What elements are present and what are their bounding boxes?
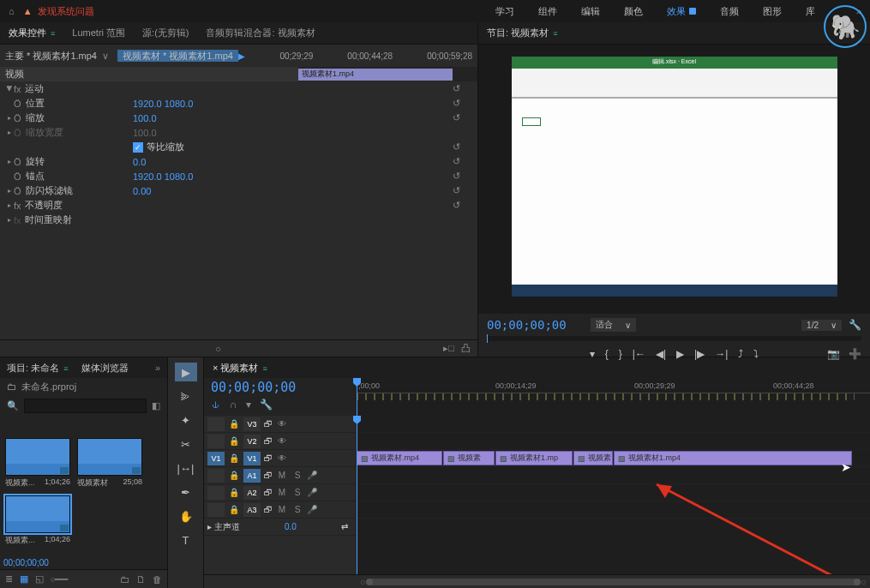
timeline-content[interactable]: ▧视频素材.mp4 ▧视频素 ▧视频素材1.mp ▧视频素 ▧视频素材1.mp4… xyxy=(357,416,870,574)
reset-icon[interactable]: ↺ xyxy=(453,98,460,109)
reset-icon[interactable]: ↺ xyxy=(453,200,460,211)
time-remap-row[interactable]: ▸fx时间重映射 xyxy=(0,213,477,227)
bin-item[interactable] xyxy=(5,419,67,431)
new-bin-icon[interactable]: 🗀 xyxy=(120,574,129,585)
home-icon[interactable]: ⌂ xyxy=(9,6,15,16)
timeline-tc[interactable]: 00;00;00;00 xyxy=(211,380,350,395)
ripple-edit-tool[interactable]: ✦ xyxy=(175,411,197,429)
marker-icon[interactable]: ▾ xyxy=(246,399,251,411)
razor-tool[interactable]: ✂ xyxy=(175,435,197,453)
export-frame-icon[interactable]: 📷 xyxy=(827,348,840,360)
fx-opacity-row[interactable]: ▸fx不透明度 ↺ xyxy=(0,198,477,213)
track-master[interactable]: ▸ 主声道0.0⇄ xyxy=(204,519,357,536)
clip[interactable]: ▧视频素材.mp4 xyxy=(357,451,442,465)
reset-icon[interactable]: ↺ xyxy=(453,171,460,182)
linked-sel-icon[interactable]: ∩ xyxy=(230,399,237,411)
hand-tool[interactable]: ✋ xyxy=(175,507,197,525)
scale-row: ▸Ö缩放 100.0 ↺ xyxy=(0,111,477,125)
list-view-icon[interactable]: ≣ xyxy=(5,573,13,585)
pen-tool[interactable]: ✒ xyxy=(175,483,197,501)
lift-icon[interactable]: ⤴ xyxy=(738,348,743,360)
play-icon[interactable]: ▶ xyxy=(676,348,684,360)
settings-icon[interactable]: 🔧 xyxy=(849,319,861,331)
track-a1[interactable]: 🔒A1🗗MS🎤 xyxy=(204,467,357,484)
snap-icon[interactable]: ⫝ xyxy=(211,399,221,411)
track-v2[interactable]: 🔒V2🗗👁 xyxy=(204,433,357,450)
program-tabs: 节目: 视频素材 ≡ xyxy=(478,22,870,45)
reset-icon[interactable]: ↺ xyxy=(453,185,460,196)
flicker-value[interactable]: 0.00 xyxy=(133,186,151,196)
ws-graphics[interactable]: 图形 xyxy=(763,5,782,18)
program-viewport[interactable]: 编辑.xlsx · Excel xyxy=(478,45,870,314)
track-select-tool[interactable]: ⫸ xyxy=(175,387,197,405)
project-search-input[interactable] xyxy=(24,399,147,413)
tab-media-browser[interactable]: 媒体浏览器 xyxy=(81,362,129,375)
loop-icon[interactable]: ▸□ xyxy=(443,343,454,354)
step-fwd-icon[interactable]: |▶ xyxy=(694,348,705,360)
system-warning[interactable]: ▲ 发现系统问题 xyxy=(23,5,94,18)
slip-tool[interactable]: |↔| xyxy=(175,459,197,477)
ws-assembly[interactable]: 组件 xyxy=(538,5,557,18)
freeform-view-icon[interactable]: ◱ xyxy=(35,573,44,585)
tab-program[interactable]: 节目: 视频素材 ≡ xyxy=(487,27,557,39)
type-tool[interactable]: T xyxy=(175,531,197,549)
add-marker-icon[interactable]: ▾ xyxy=(590,348,595,360)
timeline-scrollbar[interactable]: ○ ○ xyxy=(357,575,870,588)
mark-out-icon[interactable]: } xyxy=(619,348,622,360)
bin-item[interactable]: 视频素...1;04;26 xyxy=(5,495,70,546)
uniform-scale-checkbox[interactable]: ✓ xyxy=(133,142,143,153)
bin-icon[interactable]: ◧ xyxy=(152,400,160,411)
more-tabs-icon[interactable]: » xyxy=(155,363,160,373)
scale-value[interactable]: 100.0 xyxy=(133,113,157,123)
track-a3[interactable]: 🔒A3🗗MS🎤 xyxy=(204,501,357,519)
ws-effects[interactable]: 效果 xyxy=(667,5,696,18)
ws-color[interactable]: 颜色 xyxy=(624,5,643,18)
ws-library[interactable]: 库 xyxy=(806,5,815,18)
reset-icon[interactable]: ↺ xyxy=(453,156,460,167)
selection-tool[interactable]: ▶ xyxy=(175,363,197,381)
reset-icon[interactable]: ↺ xyxy=(453,112,460,123)
step-back-icon[interactable]: ◀| xyxy=(656,348,666,360)
bin-item[interactable] xyxy=(74,419,135,431)
reset-icon[interactable]: ↺ xyxy=(453,83,460,94)
timeline-ruler[interactable]: ;00;00 00;00;14;29 00;00;29;29 00;00;44;… xyxy=(357,378,870,416)
bin-item[interactable]: 视频素材25;08 xyxy=(77,438,142,489)
go-out-icon[interactable]: →| xyxy=(715,348,728,360)
bin-item[interactable]: 视频素...1;04;26 xyxy=(5,438,70,489)
reset-icon[interactable]: ↺ xyxy=(453,141,460,153)
mark-in-icon[interactable]: { xyxy=(605,348,609,360)
timeline-playhead[interactable] xyxy=(357,416,357,574)
delete-icon[interactable]: 🗑 xyxy=(153,574,162,585)
tab-lumetri[interactable]: Lumetri 范围 xyxy=(72,27,125,39)
program-tc[interactable]: 00;00;00;00 xyxy=(487,318,567,332)
ws-learn[interactable]: 学习 xyxy=(495,5,514,18)
tab-effect-controls[interactable]: 效果控件 ≡ xyxy=(9,27,55,39)
clip[interactable]: ▧视频素 xyxy=(443,451,495,465)
new-item-icon[interactable]: 🗋 xyxy=(136,574,146,585)
track-v1[interactable]: V1🔒V1🗗👁 xyxy=(204,450,357,467)
go-in-icon[interactable]: |← xyxy=(633,348,645,360)
anchor-value[interactable]: 1920.0 1080.0 xyxy=(133,171,193,182)
clip[interactable]: ▧视频素材1.mp xyxy=(495,451,573,465)
tab-project[interactable]: 项目: 未命名 ≡ xyxy=(7,362,68,375)
zoom-select[interactable]: 适合∨ xyxy=(591,318,636,332)
icon-view-icon[interactable]: ▦ xyxy=(20,573,28,585)
resolution-select[interactable]: 1/2∨ xyxy=(801,320,842,331)
playhead[interactable] xyxy=(357,378,357,416)
extract-icon[interactable]: ⤵ xyxy=(753,348,759,360)
tab-sequence[interactable]: × 视频素材 ≡ xyxy=(213,362,267,375)
tab-source[interactable]: 源:(无剪辑) xyxy=(142,27,189,39)
clip[interactable]: ▧视频素 xyxy=(573,451,613,465)
ws-audio[interactable]: 音频 xyxy=(720,5,739,18)
tab-audio-mixer[interactable]: 音频剪辑混合器: 视频素材 xyxy=(206,27,315,39)
fx-motion-row[interactable]: ⯆fx运动 ↺ xyxy=(0,81,477,96)
settings-icon[interactable]: 🔧 xyxy=(260,399,273,411)
export-icon[interactable]: 凸 xyxy=(461,342,471,355)
track-v3[interactable]: 🔒V3🗗👁 xyxy=(204,416,357,433)
ws-edit[interactable]: 编辑 xyxy=(581,5,600,18)
button-editor-icon[interactable]: ➕ xyxy=(849,348,861,360)
track-a2[interactable]: 🔒A2🗗MS🎤 xyxy=(204,484,357,501)
clip[interactable]: ▧视频素材1.mp4 xyxy=(614,451,852,465)
position-value[interactable]: 1920.0 1080.0 xyxy=(133,99,193,109)
rotation-value[interactable]: 0.0 xyxy=(133,157,146,167)
